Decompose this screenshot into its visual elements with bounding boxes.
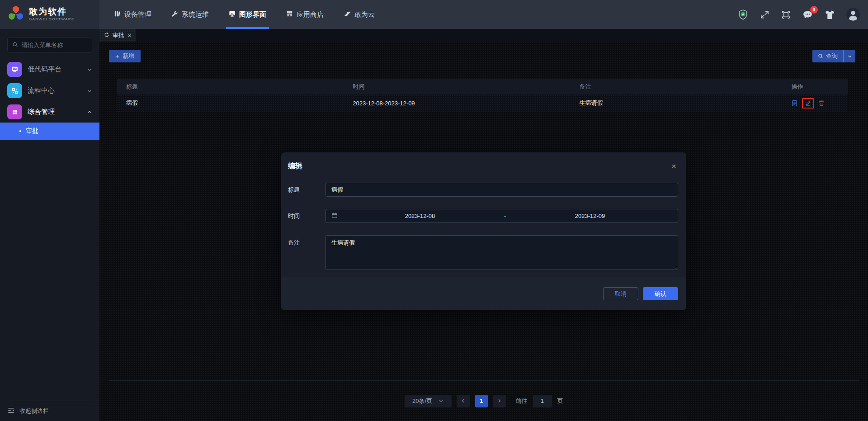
- search-icon: [12, 41, 18, 49]
- query-split-button[interactable]: 查询: [812, 50, 855, 62]
- brand-text: 敢为软件 GANWEI SOFTWARE: [29, 7, 75, 22]
- nav-item-app-store[interactable]: 应用商店: [276, 0, 334, 29]
- security-shield-icon[interactable]: [737, 9, 749, 20]
- nav-item-ganwei-cloud[interactable]: 敢为云: [334, 0, 385, 29]
- cancel-button[interactable]: 取消: [603, 287, 638, 300]
- chevron-down-icon: [87, 67, 92, 72]
- collapse-sidebar-label: 收起侧边栏: [19, 407, 49, 415]
- row-actions-cell: [782, 99, 848, 107]
- nav-item-label: 图形界面: [239, 10, 266, 19]
- row-note-cell: 生病请假: [571, 99, 783, 107]
- note-textarea[interactable]: 生病请假: [326, 235, 678, 270]
- tab-close-icon[interactable]: ×: [127, 32, 132, 39]
- app-root: 敢为软件 GANWEI SOFTWARE 设备管理 系统运维: [0, 0, 868, 421]
- theme-shirt-icon[interactable]: [824, 9, 835, 20]
- brand-title: 敢为软件: [29, 7, 75, 17]
- fullscreen-icon[interactable]: [760, 9, 770, 20]
- brand-subtitle: GANWEI SOFTWARE: [29, 18, 75, 22]
- integrated-management-icon: [7, 104, 22, 119]
- calendar-icon: [331, 212, 338, 220]
- approval-table: 标题 时间 备注 操作 病假 2023-12-08-2023-12-09 生病请…: [117, 79, 848, 112]
- ganwei-cloud-icon: [344, 10, 351, 19]
- lowcode-platform-icon: [7, 62, 22, 77]
- chevron-down-icon: [439, 398, 443, 403]
- bullet-dot-icon: •: [19, 128, 21, 135]
- chevron-right-icon: [497, 398, 502, 403]
- note-field-label: 备注: [288, 235, 326, 247]
- app-store-icon: [286, 10, 293, 19]
- tab-label: 审批: [113, 31, 124, 39]
- query-button[interactable]: 查询: [812, 50, 843, 62]
- sidebar-item-integrated-management[interactable]: 综合管理: [0, 101, 99, 123]
- screenshot-frame-icon[interactable]: [781, 9, 791, 20]
- column-header-actions: 操作: [782, 83, 848, 91]
- nav-item-device-manage[interactable]: 设备管理: [104, 0, 161, 29]
- sidebar-item-label: 低代码平台: [28, 65, 61, 74]
- chevron-left-icon: [461, 398, 466, 403]
- chevron-down-icon: [87, 88, 92, 94]
- delete-icon[interactable]: [818, 100, 825, 106]
- date-range-separator: -: [502, 213, 508, 219]
- column-header-note: 备注: [571, 83, 783, 91]
- sidebar-item-label: 流程中心: [28, 86, 55, 95]
- navbar-actions: 0: [737, 0, 868, 29]
- column-header-time: 时间: [344, 83, 570, 91]
- plus-icon: +: [115, 52, 119, 60]
- table-row[interactable]: 病假 2023-12-08-2023-12-09 生病请假: [117, 95, 848, 112]
- process-center-icon: [7, 83, 22, 98]
- sidebar-item-lowcode[interactable]: 低代码平台: [0, 59, 99, 80]
- goto-suffix-label: 页: [557, 397, 563, 405]
- next-page-button[interactable]: [493, 395, 506, 407]
- goto-prefix-label: 前往: [516, 397, 528, 405]
- top-navbar: 敢为软件 GANWEI SOFTWARE 设备管理 系统运维: [0, 0, 868, 29]
- dialog-close-icon[interactable]: ×: [671, 162, 676, 170]
- date-start-value[interactable]: 2023-12-08: [338, 213, 502, 219]
- query-dropdown-caret[interactable]: [843, 50, 855, 62]
- page-size-value: 20条/页: [412, 397, 432, 405]
- search-icon: [818, 53, 823, 59]
- nav-item-graphic-ui[interactable]: 图形界面: [219, 0, 276, 29]
- message-count-badge: 0: [810, 6, 818, 14]
- edit-dialog: 编辑 × 标题 时间 2023-12-08 - 2023-12-09: [281, 152, 686, 310]
- dialog-header: 编辑 ×: [281, 152, 686, 171]
- edit-icon[interactable]: [802, 98, 814, 109]
- goto-page-input[interactable]: [533, 395, 552, 407]
- time-field-label: 时间: [288, 212, 326, 220]
- note-field-row: 备注 生病请假: [288, 235, 678, 270]
- messages-icon[interactable]: 0: [802, 9, 813, 20]
- add-button-label: 新增: [123, 52, 134, 60]
- row-title-cell: 病假: [117, 99, 344, 107]
- sidebar-subitem-approval[interactable]: • 审批: [0, 123, 99, 140]
- menu-search-input[interactable]: [22, 42, 101, 48]
- page-number-button[interactable]: 1: [475, 395, 488, 407]
- tab-approval[interactable]: 审批 ×: [99, 29, 136, 42]
- table-header-row: 标题 时间 备注 操作: [117, 79, 848, 95]
- menu-search-box[interactable]: [7, 38, 92, 52]
- confirm-button[interactable]: 确认: [643, 287, 678, 300]
- sidebar: 低代码平台 流程中心 综合管理 • 审批: [0, 29, 99, 421]
- collapse-sidebar-button[interactable]: 收起侧边栏: [0, 401, 99, 421]
- sidebar-subitem-label: 审批: [26, 127, 38, 135]
- column-header-title: 标题: [117, 83, 344, 91]
- date-end-value[interactable]: 2023-12-09: [508, 213, 672, 219]
- add-button[interactable]: + 新增: [109, 50, 141, 62]
- date-range-picker[interactable]: 2023-12-08 - 2023-12-09: [326, 209, 678, 223]
- nav-item-label: 应用商店: [297, 10, 324, 19]
- sidebar-item-process-center[interactable]: 流程中心: [0, 80, 99, 101]
- prev-page-button[interactable]: [457, 395, 470, 407]
- main-nav: 设备管理 系统运维 图形界面 应用商店: [104, 0, 385, 29]
- row-time-cell: 2023-12-08-2023-12-09: [344, 100, 570, 107]
- chevron-up-icon: [87, 109, 92, 115]
- nav-item-system-ops[interactable]: 系统运维: [161, 0, 219, 29]
- refresh-icon[interactable]: [104, 32, 109, 39]
- title-input[interactable]: [326, 183, 678, 197]
- page-size-select[interactable]: 20条/页: [405, 395, 452, 407]
- view-detail-icon[interactable]: [791, 100, 798, 107]
- query-button-label: 查询: [826, 52, 838, 60]
- chevron-down-icon: [847, 54, 852, 59]
- brand-logo-block: 敢为软件 GANWEI SOFTWARE: [0, 0, 99, 29]
- nav-item-label: 系统运维: [182, 10, 209, 19]
- sidebar-item-label: 综合管理: [28, 108, 55, 116]
- ganwei-logo-icon: [7, 5, 24, 24]
- user-avatar[interactable]: [846, 8, 860, 21]
